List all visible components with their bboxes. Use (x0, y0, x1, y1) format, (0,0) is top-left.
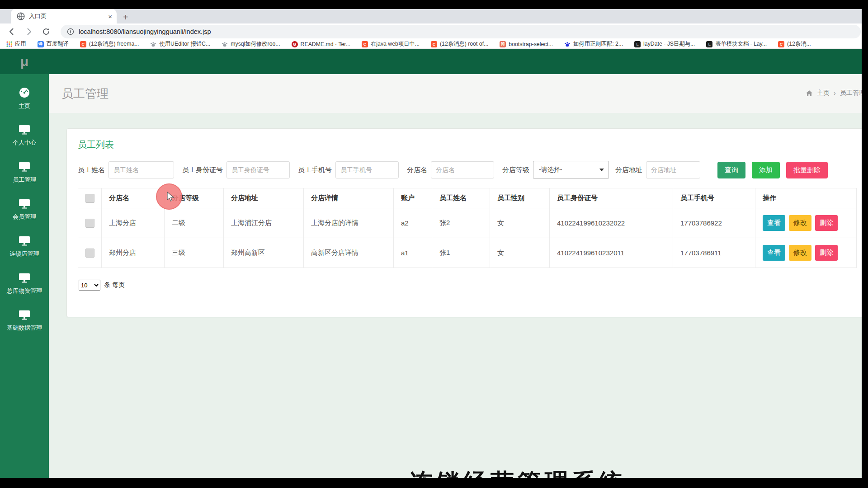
sidebar-item-label: 员工管理 (13, 176, 36, 184)
bookmark-csdn-1[interactable]: C (12条消息) freema... (80, 40, 139, 48)
bookmark-readme[interactable]: G README.md · Ter... (292, 41, 350, 47)
employee-name-input[interactable] (108, 161, 174, 178)
bookmark-baidu[interactable]: 如何用正则匹配: 2... (564, 40, 623, 48)
sidebar-item-home[interactable]: 主页 (0, 80, 49, 117)
view-button[interactable]: 查看 (763, 245, 785, 261)
add-button[interactable]: 添加 (752, 162, 780, 178)
monitor-icon (18, 124, 31, 136)
tab-strip: 入口页 × + (0, 9, 868, 23)
monitor-icon (18, 235, 31, 247)
csdn-icon: C (362, 41, 368, 47)
cell-branch-level: 三级 (165, 238, 224, 268)
url-text[interactable]: localhost:8080/liansuojingyingguanli/ind… (79, 28, 211, 35)
browser-window: 入口页 × + localhost:8 (0, 9, 868, 488)
col-phone: 员工手机号 (673, 188, 755, 208)
tab-close-icon[interactable]: × (108, 13, 112, 20)
sidebar-item-basedata[interactable]: 基础数据管理 (0, 302, 49, 339)
edit-button[interactable]: 修改 (789, 215, 811, 231)
cell-gender: 女 (490, 238, 550, 268)
letterbox-top (0, 0, 868, 9)
cell-branch-name: 上海分店 (102, 208, 165, 238)
filter-label-branch: 分店名 (407, 166, 427, 174)
breadcrumb-home[interactable]: 主页 (817, 89, 830, 97)
cell-phone: 17703786911 (673, 238, 755, 268)
baidu-paw-icon (564, 41, 571, 47)
sidebar-item-warehouse[interactable]: 总库物资管理 (0, 265, 49, 302)
layui-icon: L (706, 41, 712, 47)
row-checkbox[interactable] (85, 249, 94, 258)
address-bar[interactable]: localhost:8080/liansuojingyingguanli/ind… (61, 25, 861, 38)
bookmark-label: (12条消息) root of... (440, 40, 488, 48)
delete-button[interactable]: 删除 (815, 215, 838, 231)
sidebar-item-label: 总库物资管理 (7, 287, 42, 295)
bookmark-laydate[interactable]: L layDate - JS日期与... (634, 40, 695, 48)
forward-icon[interactable] (24, 27, 33, 36)
col-gender: 员工性别 (490, 188, 550, 208)
back-icon[interactable] (7, 27, 16, 36)
gitee-icon: G (292, 41, 298, 47)
sidebar-item-employees[interactable]: 员工管理 (0, 154, 49, 191)
employee-phone-input[interactable] (335, 161, 399, 178)
filter-label-level: 分店等级 (502, 166, 529, 174)
bookmark-csdn-3[interactable]: C (12条消息) root of... (431, 40, 488, 48)
mouse-cursor-icon (166, 192, 176, 202)
bookmark-label: bootstrap-select... (509, 41, 553, 47)
csdn-icon: C (778, 41, 784, 47)
letterbox-bottom (0, 478, 868, 488)
search-button[interactable]: 查询 (717, 162, 745, 178)
employee-idcard-input[interactable] (226, 161, 290, 178)
browser-tab[interactable]: 入口页 × (11, 9, 117, 23)
sidebar-item-label: 主页 (19, 102, 30, 110)
sidebar-item-members[interactable]: 会员管理 (0, 191, 49, 228)
view-button[interactable]: 查看 (763, 215, 785, 231)
breadcrumb: 主页 › 员工管理 (806, 89, 865, 97)
sidebar-item-stores[interactable]: 连锁店管理 (0, 228, 49, 265)
site-info-icon[interactable] (67, 28, 74, 35)
tab-title: 入口页 (29, 12, 104, 20)
branch-address-input[interactable] (646, 161, 700, 178)
cell-branch-level: 二级 (165, 208, 224, 238)
new-tab-button[interactable]: + (123, 13, 128, 22)
bookmarks-bar: 应用 译 百度翻译 C (12条消息) freema... 使用UEditor … (0, 40, 868, 49)
bookmark-mysql[interactable]: mysql如何修改roo... (222, 40, 280, 48)
sidebar-item-label: 连锁店管理 (10, 250, 39, 258)
table-header-row: 分店名 分店等级 分店地址 分店详情 账户 员工姓名 员工性别 员工身份证号 员 (78, 188, 857, 208)
cell-name: 张2 (432, 208, 490, 238)
sidebar: 主页 个人中心 员工管理 (0, 74, 49, 478)
branch-name-input[interactable] (431, 161, 494, 178)
bookmark-csdn-4[interactable]: C (12条消... (778, 40, 811, 48)
csdn-icon: C (80, 41, 86, 47)
select-all-checkbox[interactable] (85, 194, 94, 203)
branch-level-select[interactable]: -请选择- (533, 161, 609, 179)
col-actions: 操作 (755, 188, 857, 208)
batch-delete-button[interactable]: 批量删除 (786, 162, 828, 178)
bookmark-ueditor[interactable]: 使用UEditor 报错C... (150, 40, 210, 48)
sidebar-item-profile[interactable]: 个人中心 (0, 117, 49, 154)
bookmark-jianshu[interactable]: 简 bootstrap-select... (500, 41, 553, 47)
page-size-select[interactable]: 10 (79, 280, 100, 291)
monitor-icon (18, 309, 31, 321)
per-page-label: 条 每页 (104, 281, 125, 289)
app-logo: μ (0, 49, 49, 74)
sidebar-item-label: 个人中心 (13, 139, 36, 147)
bookmark-label: 在java web项目中... (371, 40, 420, 48)
bookmark-csdn-2[interactable]: C 在java web项目中... (362, 40, 420, 48)
bookmark-label: (12条消... (787, 40, 811, 48)
branch-level-selected-value: -请选择- (539, 166, 562, 174)
bookmark-layui-form[interactable]: L 表单模块文档 - Lay... (706, 40, 767, 48)
cell-account: a1 (394, 238, 432, 268)
bookmark-label: 表单模块文档 - Lay... (715, 40, 767, 48)
cell-gender: 女 (490, 208, 550, 238)
chevron-down-icon (599, 169, 604, 171)
cell-idcard: 410224199610232022 (550, 208, 673, 238)
row-checkbox[interactable] (85, 219, 94, 228)
col-branch-detail: 分店详情 (304, 188, 394, 208)
bookmark-apps[interactable]: 应用 (6, 40, 26, 48)
letterbox-right (862, 0, 868, 488)
monitor-icon (18, 161, 31, 173)
page-title: 员工管理 (61, 86, 108, 102)
bookmark-baidu-translate[interactable]: 译 百度翻译 (38, 40, 69, 48)
reload-icon[interactable] (42, 27, 51, 36)
edit-button[interactable]: 修改 (789, 245, 811, 261)
delete-button[interactable]: 删除 (815, 245, 838, 261)
